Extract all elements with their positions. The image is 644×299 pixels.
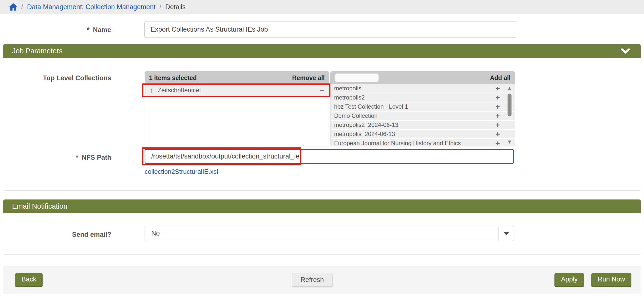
required-marker: * (76, 154, 78, 161)
run-now-button[interactable]: Run Now (591, 273, 632, 287)
breadcrumb-separator: / (160, 3, 161, 11)
add-item-icon[interactable]: + (496, 94, 500, 101)
breadcrumb-link-collection-management[interactable]: Data Management: Collection Management (27, 3, 156, 11)
add-all-button[interactable]: Add all (490, 74, 510, 82)
available-collection-row[interactable]: Demo Collection + (331, 112, 515, 120)
selected-panel-header: 1 items selected Remove all (144, 71, 329, 84)
xsl-file-link[interactable]: collection2StructuralIE.xsl (144, 168, 218, 176)
top-level-collections-label: Top Level Collections (3, 71, 111, 82)
selected-panel-body: ↕ Zeitschriftentitel − (144, 84, 329, 146)
job-parameters-header[interactable]: Job Parameters (3, 44, 641, 58)
available-collection-label: metropolis2_2024-06-13 (334, 121, 398, 128)
available-collection-row[interactable]: metropolis2_2024-06-13 + (331, 121, 515, 129)
available-panel-body: metropolis + metropolis2 + hbz Test Coll… (330, 84, 515, 146)
home-icon[interactable] (10, 3, 17, 11)
available-collection-label: metropolis2 (334, 94, 365, 101)
available-collection-label: hbz Test Collection - Level 1 (334, 103, 408, 110)
nfs-path-label: *NFS Path (3, 149, 111, 161)
breadcrumb-current-details: Details (165, 3, 186, 11)
nfs-path-row: *NFS Path collection2StructuralIE.xsl (3, 149, 641, 176)
footer-bar: Back Refresh Apply Run Now (3, 266, 641, 294)
dropdown-arrow-zone[interactable] (498, 226, 514, 241)
available-collection-label: metropolis (334, 85, 362, 92)
available-collection-row[interactable]: metropolis_2024-06-13 + (331, 130, 515, 138)
available-collection-row[interactable]: metropolis + (331, 84, 515, 93)
remove-item-icon[interactable]: − (320, 86, 324, 94)
chevron-down-icon[interactable] (621, 48, 630, 54)
breadcrumb: / Data Management: Collection Management… (0, 0, 644, 14)
job-parameters-title: Job Parameters (12, 47, 63, 55)
add-item-icon[interactable]: + (496, 121, 500, 129)
send-email-label: Send email? (3, 226, 111, 238)
name-label-text: Name (93, 26, 111, 34)
send-email-value: No (145, 230, 498, 237)
email-notification-title: Email Notification (12, 202, 67, 210)
available-list-scrollbar[interactable]: ▲ ▼ (506, 86, 513, 145)
selected-count: 1 items selected (149, 74, 197, 82)
required-marker: * (87, 26, 90, 34)
add-item-icon[interactable]: + (496, 103, 500, 110)
name-input[interactable] (144, 21, 517, 38)
available-collection-row[interactable]: hbz Test Collection - Level 1 + (331, 103, 515, 111)
job-parameters-section: Job Parameters Top Level Collections 1 i… (3, 44, 641, 191)
email-notification-header[interactable]: Email Notification (3, 199, 641, 213)
collections-dual-list: 1 items selected Remove all ↕ Zeitschrif… (144, 71, 515, 146)
selected-collection-row[interactable]: ↕ Zeitschriftentitel − (145, 84, 329, 96)
email-notification-section: Email Notification Send email? No (3, 199, 641, 254)
available-collection-label: Demo Collection (334, 112, 378, 119)
remove-all-button[interactable]: Remove all (292, 74, 325, 82)
available-panel-header: Add all (330, 71, 515, 84)
scroll-down-icon[interactable]: ▼ (507, 139, 512, 145)
apply-button[interactable]: Apply (554, 273, 584, 287)
send-email-select[interactable]: No (144, 226, 514, 241)
add-item-icon[interactable]: + (496, 130, 500, 138)
breadcrumb-separator: / (21, 3, 23, 11)
available-collection-label: metropolis_2024-06-13 (334, 131, 395, 138)
collections-search-input[interactable] (335, 73, 379, 82)
add-item-icon[interactable]: + (496, 112, 500, 120)
top-level-collections-row: Top Level Collections 1 items selected R… (3, 71, 641, 146)
name-row: *Name (0, 21, 644, 38)
nfs-path-label-text: NFS Path (82, 154, 111, 161)
available-collection-label: European Journal for Nursing History and… (334, 140, 461, 146)
available-collection-row[interactable]: European Journal for Nursing History and… (331, 139, 515, 146)
drag-handle-icon[interactable]: ↕ (150, 86, 153, 94)
scrollbar-thumb[interactable] (508, 94, 512, 116)
dropdown-arrow-icon (503, 232, 509, 235)
add-item-icon[interactable]: + (496, 140, 500, 146)
refresh-button[interactable]: Refresh (292, 273, 332, 287)
scroll-up-icon[interactable]: ▲ (507, 86, 512, 91)
selected-collection-label: Zeitschriftentitel (158, 87, 201, 94)
name-label: *Name (0, 21, 111, 34)
add-item-icon[interactable]: + (496, 85, 500, 92)
available-collections-panel: Add all metropolis + metropolis2 + (330, 71, 515, 146)
back-button[interactable]: Back (15, 273, 43, 287)
nfs-path-input[interactable] (144, 149, 514, 164)
available-collection-row[interactable]: metropolis2 + (331, 93, 515, 102)
send-email-row: Send email? No (3, 226, 641, 241)
selected-collections-panel: 1 items selected Remove all ↕ Zeitschrif… (144, 71, 329, 146)
